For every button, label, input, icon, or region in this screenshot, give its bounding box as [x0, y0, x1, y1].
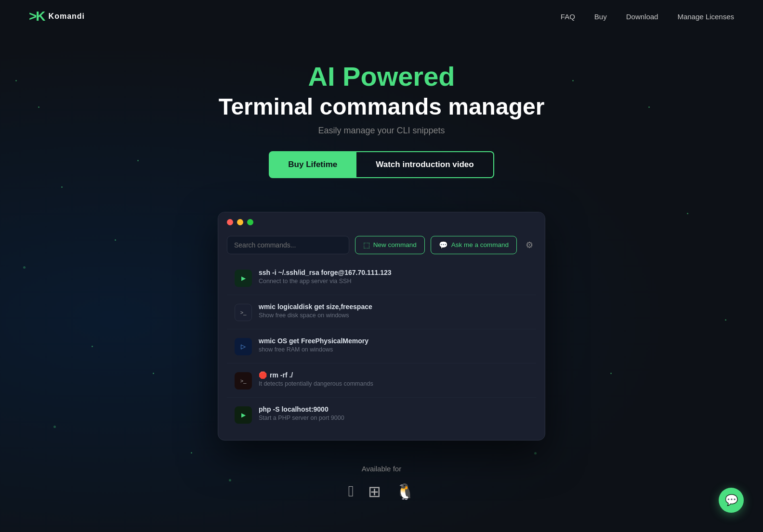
command-desc: Start a PHP server on port 9000 [259, 415, 528, 421]
search-input[interactable] [227, 236, 349, 254]
window-toolbar: ⬚ New command 💬 Ask me a command ⚙ [218, 232, 545, 261]
command-title-text: rm -rf ./ [270, 371, 293, 379]
command-desc: It detects potentially dangerous command… [259, 380, 528, 387]
app-window: ⬚ New command 💬 Ask me a command ⚙ ▶ ssh… [218, 212, 545, 441]
hero-buttons: Buy Lifetime Watch introduction video [10, 151, 753, 178]
apple-icon:  [348, 482, 354, 501]
buy-lifetime-button[interactable]: Buy Lifetime [269, 151, 356, 178]
hero-section: AI Powered Terminal commands manager Eas… [0, 33, 763, 197]
nav-links: FAQ Buy Download Manage Licenses [561, 13, 734, 21]
command-content: 🛑 rm -rf ./ It detects potentially dange… [259, 371, 528, 387]
navbar: >K Komandi FAQ Buy Download Manage Licen… [0, 0, 763, 33]
nav-faq[interactable]: FAQ [561, 13, 575, 21]
chat-bubble-icon: 💬 [725, 494, 738, 506]
hero-description: Easily manage your CLI snippets [10, 126, 753, 136]
command-title: wmic logicaldisk get size,freespace [259, 303, 528, 311]
nav-manage-licenses[interactable]: Manage Licenses [677, 13, 734, 21]
nav-buy[interactable]: Buy [594, 13, 607, 21]
command-title: 🛑 rm -rf ./ [259, 371, 528, 379]
window-maximize-dot[interactable] [247, 219, 253, 225]
window-close-dot[interactable] [227, 219, 233, 225]
hero-title-main: Terminal commands manager [10, 93, 753, 120]
command-icon: ▶ [235, 406, 252, 424]
logo-icon: >K [29, 9, 45, 24]
window-minimize-dot[interactable] [237, 219, 243, 225]
chat-icon: 💬 [439, 241, 448, 249]
command-icon: ▶ [235, 270, 252, 287]
command-desc: Show free disk space on windows [259, 312, 528, 319]
available-section: Available for  ⊞ 🐧 [0, 441, 763, 510]
window-titlebar [218, 212, 545, 232]
gear-icon: ⚙ [526, 240, 533, 250]
command-icon: >_ [235, 372, 252, 389]
nav-download[interactable]: Download [626, 13, 658, 21]
command-item[interactable]: ▶ php -S localhost:9000 Start a PHP serv… [227, 398, 536, 431]
command-title: wmic OS get FreePhysicalMemory [259, 337, 528, 345]
command-desc: show free RAM on windows [259, 346, 528, 353]
watch-video-button[interactable]: Watch introduction video [356, 151, 494, 178]
command-icon: >_ [235, 304, 252, 321]
logo-name: Komandi [49, 12, 85, 21]
command-item[interactable]: >_ 🛑 rm -rf ./ It detects potentially da… [227, 363, 536, 398]
command-item[interactable]: ▷ wmic OS get FreePhysicalMemory show fr… [227, 329, 536, 363]
ask-command-button[interactable]: 💬 Ask me a command [431, 236, 517, 254]
command-content: wmic OS get FreePhysicalMemory show free… [259, 337, 528, 353]
platform-icons:  ⊞ 🐧 [10, 482, 753, 501]
command-desc: Connect to the app server via SSH [259, 278, 528, 285]
new-command-button[interactable]: ⬚ New command [355, 236, 425, 254]
command-icon: ▷ [235, 338, 252, 355]
logo[interactable]: >K Komandi [29, 9, 85, 24]
commands-list: ▶ ssh -i ~/.ssh/id_rsa forge@167.70.111.… [218, 261, 545, 440]
ask-command-label: Ask me a command [451, 241, 509, 248]
command-item[interactable]: ▶ ssh -i ~/.ssh/id_rsa forge@167.70.111.… [227, 261, 536, 295]
windows-icon: ⊞ [368, 482, 381, 501]
settings-button[interactable]: ⚙ [523, 237, 536, 253]
chat-bubble-button[interactable]: 💬 [719, 488, 744, 513]
command-content: php -S localhost:9000 Start a PHP server… [259, 405, 528, 421]
linux-icon: 🐧 [395, 482, 415, 501]
available-label: Available for [10, 465, 753, 473]
hero-title-ai: AI Powered [10, 62, 753, 91]
command-title: php -S localhost:9000 [259, 405, 528, 413]
command-item[interactable]: >_ wmic logicaldisk get size,freespace S… [227, 295, 536, 329]
command-content: ssh -i ~/.ssh/id_rsa forge@167.70.111.12… [259, 269, 528, 285]
danger-icon: 🛑 [259, 371, 267, 379]
command-content: wmic logicaldisk get size,freespace Show… [259, 303, 528, 319]
command-title: ssh -i ~/.ssh/id_rsa forge@167.70.111.12… [259, 269, 528, 276]
new-command-label: New command [373, 241, 417, 248]
terminal-icon: ⬚ [363, 241, 370, 249]
